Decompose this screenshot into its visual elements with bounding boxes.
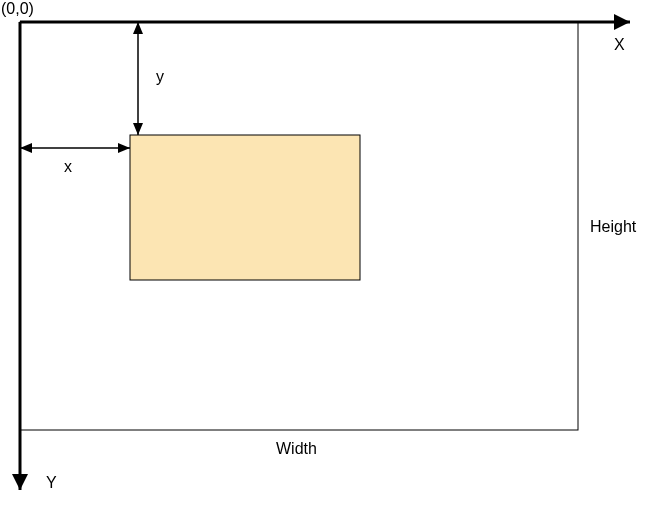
y-dimension-arrow-top xyxy=(133,22,143,34)
diagram-svg xyxy=(0,0,654,506)
x-dimension-arrow-right xyxy=(118,143,130,153)
x-dimension-label: x xyxy=(64,158,72,176)
x-dimension-arrow-left xyxy=(20,143,32,153)
coordinate-diagram: { "origin_label": "(0,0)", "x_axis_label… xyxy=(0,0,654,506)
y-axis-label: Y xyxy=(46,474,57,492)
x-axis-arrowhead xyxy=(614,14,630,30)
y-dimension-label: y xyxy=(156,68,164,86)
width-label: Width xyxy=(276,440,317,458)
inner-rect xyxy=(130,135,360,280)
x-axis-label: X xyxy=(614,36,625,54)
y-axis-arrowhead xyxy=(12,474,28,490)
origin-label: (0,0) xyxy=(1,0,34,18)
y-dimension-arrow-bottom xyxy=(133,123,143,135)
height-label: Height xyxy=(590,218,636,236)
